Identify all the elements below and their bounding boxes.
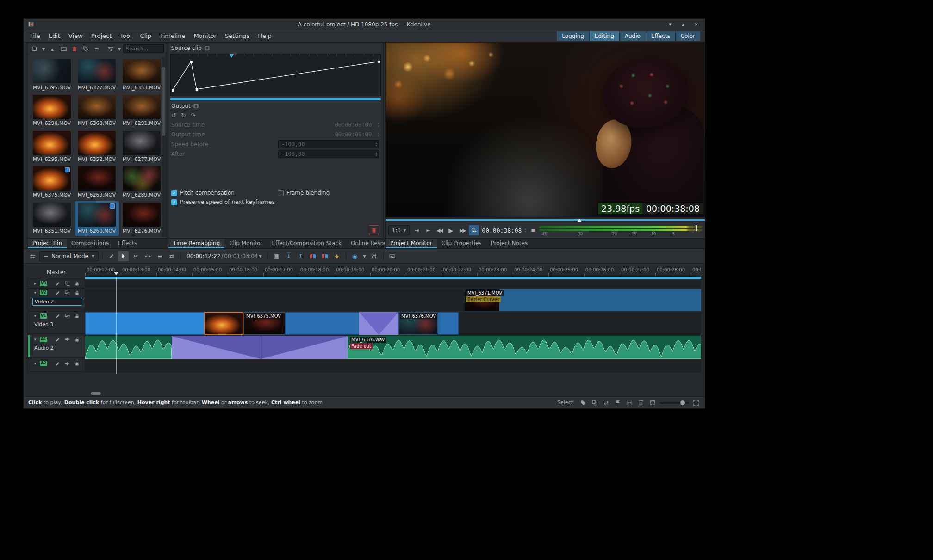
track-mute-icon[interactable] [64, 337, 70, 342]
seekbar-track[interactable] [386, 219, 705, 221]
workspace-tab-logging[interactable]: Logging [557, 31, 589, 41]
track-lane-v1[interactable]: MVI_6375.MOV MVI_6376.MOV [85, 312, 701, 335]
spinner[interactable]: ▴▾ [377, 122, 379, 128]
field-input[interactable]: -100,00▴▾ [278, 140, 379, 148]
tag-button[interactable] [81, 44, 91, 54]
filter-button[interactable] [106, 44, 116, 54]
bin-clip-mvi-6375-mov[interactable]: MVI_6375.MOV [30, 165, 74, 200]
zone-flag-button[interactable] [614, 399, 622, 407]
title-bar[interactable]: A-colorful-project / HD 1080p 25 fps — K… [24, 19, 705, 30]
mix-audio-button[interactable]: ⇄ [602, 399, 610, 407]
track-lane-v2[interactable]: MVI_6371.MOV Bézier Curves [85, 289, 701, 311]
tab-time-remapping[interactable]: Time Remapping [168, 239, 224, 248]
track-badge[interactable]: A1 [40, 337, 47, 342]
tab-clip-properties[interactable]: Clip Properties [437, 239, 486, 248]
track-lock-icon[interactable] [74, 281, 80, 286]
minimize-button[interactable]: ▾ [667, 21, 673, 27]
bin-clip-mvi-6290-mov[interactable]: MVI_6290.MOV [30, 93, 74, 128]
workspace-tab-editing[interactable]: Editing [590, 31, 619, 41]
bin-clip-mvi-6269-mov[interactable]: MVI_6269.MOV [75, 165, 119, 200]
track-badge[interactable]: A2 [40, 361, 47, 366]
add-clip-button[interactable] [30, 44, 40, 54]
zoom-fit-button[interactable] [637, 399, 645, 407]
mix-transition[interactable] [359, 312, 398, 335]
keyframe-prev-icon[interactable]: ↺ [171, 112, 176, 119]
zoom-slider[interactable] [660, 402, 689, 404]
track-effects-icon[interactable] [55, 281, 60, 286]
checkbox-frame-blending[interactable]: Frame blending [278, 188, 375, 197]
track-badge[interactable]: V2 [40, 290, 47, 295]
resize-tool-button[interactable]: ↔ [155, 251, 165, 261]
edit-mode-select[interactable]: Normal Mode ▾ [39, 251, 99, 261]
filter-dropdown-icon[interactable]: ▾ [117, 44, 122, 54]
bin-clip-mvi-6352-mov[interactable]: MVI_6352.MOV [75, 129, 119, 164]
tab-clip-monitor[interactable]: Clip Monitor [224, 239, 267, 248]
playhead-marker[interactable] [114, 272, 118, 275]
overwrite-zone-button[interactable] [320, 251, 330, 261]
delete-keyframe-button[interactable] [369, 225, 379, 235]
bin-view-menu-button[interactable]: ≡ [92, 44, 102, 54]
track-composite-icon[interactable] [64, 313, 70, 319]
menu-file[interactable]: File [26, 31, 44, 41]
bin-clip-mvi-6291-mov[interactable]: MVI_6291.MOV [119, 93, 164, 128]
bin-scrollbar[interactable] [162, 56, 165, 237]
tab-project-bin[interactable]: Project Bin [28, 239, 67, 248]
monitor-zoom-select[interactable]: 1:1 ▾ [388, 225, 410, 235]
selection-tool-button[interactable] [118, 251, 129, 261]
zoom-in-button[interactable] [692, 399, 700, 407]
bin-clip-mvi-6368-mov[interactable]: MVI_6368.MOV [75, 93, 119, 128]
clip-segment-blue[interactable] [85, 312, 204, 335]
audio-fade-in-segment[interactable] [261, 336, 348, 359]
checkbox-preserve-speed-of-next-keyframes[interactable]: ✓Preserve speed of next keyframes [171, 197, 370, 207]
timecode-spinner[interactable]: ▴▾ [524, 228, 526, 233]
bin-clip-mvi-6289-mov[interactable]: MVI_6289.MOV [119, 165, 164, 200]
forward-button[interactable]: ▶▶ [457, 225, 467, 235]
track-composite-icon[interactable] [64, 281, 70, 286]
fit-zone-button[interactable] [625, 399, 634, 407]
workspace-tab-audio[interactable]: Audio [620, 31, 646, 41]
audio-fade-out-segment[interactable] [172, 336, 261, 359]
seekbar-position-marker[interactable] [577, 219, 582, 222]
track-expand-icon[interactable]: ▾ [32, 361, 38, 366]
keyframe-center-icon[interactable]: ↻ [181, 112, 186, 119]
zone-in-button[interactable]: ⇥ [411, 225, 421, 235]
insert-zone-button[interactable]: ↧ [284, 251, 294, 261]
bin-clip-mvi-6295-mov[interactable]: MVI_6295.MOV [30, 129, 74, 164]
timeline-settings-button[interactable] [27, 251, 37, 261]
slip-tool-button[interactable]: ⇄ [167, 251, 177, 261]
track-lane-a2[interactable] [85, 360, 701, 373]
bin-clip-mvi-6277-mov[interactable]: MVI_6277.MOV [119, 129, 164, 164]
timeline-zone-bar[interactable] [85, 277, 701, 279]
timeline-position[interactable]: 00:00:12:22 / 00:01:03:04 ▾ [187, 253, 262, 259]
tab-project-notes[interactable]: Project Notes [486, 239, 533, 248]
delete-clip-button[interactable] [69, 44, 80, 54]
menu-tool[interactable]: Tool [116, 31, 135, 41]
clip-mvi-6376-wav[interactable] [348, 336, 701, 359]
bin-clip-mvi-6377-mov[interactable]: MVI_6377.MOV [75, 58, 119, 92]
track-header-a2[interactable]: ▾A2 [27, 359, 85, 372]
track-expand-icon[interactable]: ▾ [32, 290, 38, 295]
master-button[interactable]: Master [47, 269, 66, 276]
workspace-tab-effects[interactable]: Effects [646, 31, 675, 41]
timeline-hscrollbar[interactable] [85, 391, 701, 396]
clip-mvi-6376[interactable]: MVI_6376.MOV [398, 312, 438, 335]
clip-segment-blue[interactable] [285, 312, 359, 335]
track-lock-icon[interactable] [74, 361, 80, 366]
track-lane-a1[interactable]: MVI_6376.wav Fade out [85, 336, 701, 359]
track-lock-icon[interactable] [74, 313, 80, 319]
zone-out-button[interactable]: ⇤ [423, 225, 433, 235]
monitor-seekbar[interactable] [386, 217, 705, 222]
tab-effect-composition-stack[interactable]: Effect/Composition Stack [267, 239, 346, 248]
track-compositing-button[interactable] [591, 399, 599, 407]
timeline-hscrollbar-thumb[interactable] [91, 392, 101, 395]
tag-toggle-button[interactable] [579, 399, 587, 407]
spacer-tool-button[interactable] [143, 251, 153, 261]
close-button[interactable]: × [693, 21, 699, 27]
tab-compositions[interactable]: Compositions [67, 239, 113, 248]
spinner[interactable]: ▴▾ [377, 132, 379, 137]
tab-project-monitor[interactable]: Project Monitor [386, 239, 437, 248]
bin-search-input[interactable] [123, 44, 164, 53]
workspace-tab-color[interactable]: Color [676, 31, 700, 41]
zone-mode-toggle[interactable] [469, 225, 479, 235]
track-header-a1[interactable]: ▾A1Audio 2 [27, 335, 85, 358]
